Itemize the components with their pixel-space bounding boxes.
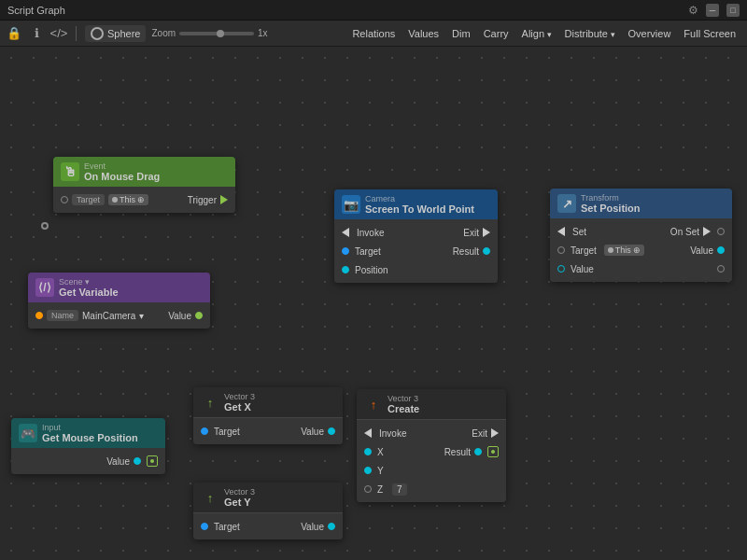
node-row-invoke: Invoke Exit — [334, 223, 498, 242]
port-target-x-in — [201, 427, 208, 435]
relations-btn[interactable]: Relations — [346, 26, 401, 41]
port-x-in — [364, 448, 372, 455]
node-header-get-variable: ⟨/⟩ Scene ▾ Get Variable — [28, 273, 210, 302]
on-set-exec-out — [703, 227, 711, 236]
result-create-label: Result — [388, 447, 471, 457]
node-vector-get-y[interactable]: ↑ Vector 3 Get Y Target Value — [193, 483, 343, 539]
node-header-transform: ↗ Transform Set Position — [550, 189, 732, 218]
zoom-value: 1x — [258, 28, 268, 38]
node-sub-event: Event — [84, 161, 160, 171]
trigger-exec-port — [220, 195, 228, 204]
port-value-out-mouse — [134, 457, 141, 465]
invoke-exec-in — [342, 228, 349, 237]
node-header-on-mouse-drag: 🖱 Event On Mouse Drag — [53, 157, 235, 187]
node-vector-create[interactable]: ↑ Vector 3 Create Invoke Exit X Result — [357, 389, 506, 502]
node-sub-vector-create: Vector 3 — [388, 394, 419, 403]
node-row-z-create: Z 7 — [357, 480, 506, 498]
vector-y-icon: ↑ — [201, 488, 219, 507]
value-icon — [147, 455, 158, 467]
toolbar-right: Relations Values Dim Carry Align Distrib… — [346, 26, 741, 41]
node-get-mouse-position[interactable]: 🎮 Input Get Mouse Position Value — [11, 418, 165, 474]
node-title-vector-create: Create — [388, 403, 419, 414]
zoom-slider[interactable] — [179, 32, 254, 35]
graph-canvas[interactable]: 🖱 Event On Mouse Drag Target This ⊕ Trig… — [0, 47, 747, 560]
y-label: Y — [377, 466, 384, 476]
value-label: Value — [148, 311, 191, 321]
node-body-vector-create: Invoke Exit X Result Y Z 7 — [357, 420, 506, 502]
target-cam-label: Target — [355, 246, 381, 257]
node-row-target: Target This ⊕ Trigger — [53, 190, 235, 209]
on-mouse-drag-left-port — [41, 222, 49, 230]
port-result-create-out — [474, 448, 482, 455]
target-transform-label: Target — [571, 245, 597, 256]
settings-icon[interactable]: ⚙ — [688, 4, 698, 17]
node-row-target-cam: Target Result — [334, 242, 498, 260]
lock-icon[interactable]: 🔒 — [6, 25, 22, 42]
distribute-btn[interactable]: Distribute — [559, 26, 621, 41]
overview-btn[interactable]: Overview — [623, 26, 677, 41]
node-title-get-mouse: Get Mouse Position — [42, 432, 138, 443]
port-target-in — [61, 196, 68, 203]
node-row-x-create: X Result — [357, 442, 506, 461]
on-set-label: On Set — [590, 227, 699, 237]
node-on-mouse-drag[interactable]: 🖱 Event On Mouse Drag Target This ⊕ Trig… — [53, 157, 235, 213]
maximize-btn[interactable]: □ — [726, 4, 740, 17]
value-y-label: Value — [244, 522, 324, 532]
this-cog-transform: ⊕ — [633, 245, 641, 255]
invoke-create-label: Invoke — [379, 428, 406, 439]
port-target-transform-in — [557, 246, 565, 254]
node-body-get-mouse: Value — [11, 448, 165, 474]
vector-create-icon: ↑ — [364, 395, 383, 413]
node-transform-set-position[interactable]: ↗ Transform Set Position Set On Set Targ… — [550, 189, 732, 282]
node-row-name: Name MainCamera ▾ Value — [28, 306, 210, 325]
name-tag: Name — [47, 310, 78, 321]
this-pill-transform: This ⊕ — [604, 245, 644, 256]
this-label-transform: This — [615, 245, 631, 255]
value-right-label: Value — [19, 456, 130, 467]
fullscreen-btn[interactable]: Full Screen — [678, 26, 741, 41]
node-header-vector-create: ↑ Vector 3 Create — [357, 389, 506, 420]
node-title-transform: Set Position — [581, 203, 641, 214]
port-value-transform-left — [557, 265, 565, 273]
port-value-out — [195, 312, 203, 319]
code-icon[interactable]: </> — [50, 25, 67, 42]
node-row-target-y: Target Value — [193, 517, 343, 536]
node-body-camera: Invoke Exit Target Result Position — [334, 219, 498, 283]
port-value-x-out — [328, 427, 335, 435]
align-btn[interactable]: Align — [516, 26, 557, 41]
carry-btn[interactable]: Carry — [478, 26, 514, 41]
node-sub-transform: Transform — [581, 193, 641, 203]
zoom-label: Zoom — [151, 28, 176, 38]
position-label: Position — [355, 265, 388, 275]
node-row-set: Set On Set — [550, 222, 732, 241]
node-header-camera: 📷 Camera Screen To World Point — [334, 189, 498, 219]
node-title-camera: Screen To World Point — [365, 203, 474, 215]
sphere-icon — [91, 27, 104, 40]
title-bar: Script Graph ⚙ ─ □ — [0, 0, 747, 21]
get-variable-icon: ⟨/⟩ — [35, 278, 54, 297]
result-icon — [487, 446, 499, 457]
this-label: This — [120, 195, 135, 204]
node-vector-get-x[interactable]: ↑ Vector 3 Get X Target Value — [193, 387, 343, 444]
on-set-port-out — [717, 228, 725, 235]
node-sub-input: Input — [42, 423, 138, 432]
node-header-vector-x: ↑ Vector 3 Get X — [193, 387, 343, 418]
exit-create-label: Exit — [410, 428, 487, 439]
dim-btn[interactable]: Dim — [446, 26, 476, 41]
target-tag: Target — [72, 194, 105, 205]
node-header-get-mouse-position: 🎮 Input Get Mouse Position — [11, 418, 165, 448]
values-btn[interactable]: Values — [402, 26, 444, 41]
node-row-position: Position — [334, 260, 498, 279]
node-get-variable[interactable]: ⟨/⟩ Scene ▾ Get Variable Name MainCamera… — [28, 273, 210, 329]
sphere-selector[interactable]: Sphere — [85, 25, 146, 42]
node-camera-screen-to-world[interactable]: 📷 Camera Screen To World Point Invoke Ex… — [334, 189, 498, 283]
info-icon[interactable]: ℹ — [28, 25, 45, 42]
vector-x-icon: ↑ — [201, 393, 219, 412]
title-bar-controls[interactable]: ⚙ ─ □ — [688, 4, 740, 17]
result-dot — [491, 450, 495, 454]
exit-create-out — [491, 428, 499, 438]
value-transform-left-label: Value — [571, 264, 594, 274]
minimize-btn[interactable]: ─ — [706, 4, 719, 17]
node-sub-vector-x: Vector 3 — [224, 392, 255, 401]
port-position-in — [342, 266, 349, 273]
